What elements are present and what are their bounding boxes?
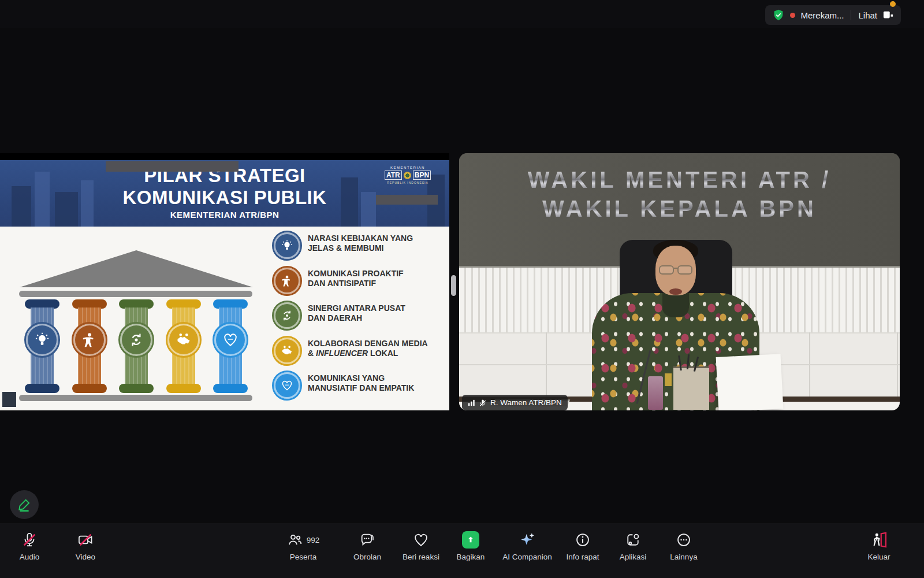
logo-text-bottom: REPUBLIK INDONESIA — [381, 181, 434, 184]
logo-emblem-icon — [404, 172, 411, 179]
audio-level-icon — [468, 399, 475, 406]
mic-muted-icon — [479, 399, 487, 407]
shirt-collar — [662, 293, 689, 317]
recording-pill: Merekam... Lihat — [765, 5, 901, 25]
list-item: KOMUNIKASI PROAKTIFDAN ANTISIPATIF — [274, 268, 447, 297]
chat-button[interactable]: Obrolan — [337, 531, 397, 561]
audio-label: Audio — [20, 553, 40, 561]
glasses-icon — [657, 265, 694, 275]
slide-header: PILAR STRATEGI KOMUNIKASI PUBLIK KEMENTE… — [0, 160, 449, 227]
pencil-icon — [17, 497, 32, 512]
person-icon — [274, 268, 300, 294]
leave-door-icon — [870, 531, 888, 549]
list-item: SINERGI ANTARA PUSATDAN DAERAH — [274, 302, 447, 331]
logo-text-atr: ATR — [385, 171, 402, 180]
view-button[interactable]: Lihat — [858, 10, 877, 20]
share-label: Bagikan — [457, 553, 485, 561]
list-item: KOLABORASI DENGAN MEDIA& INFLUENCER LOKA… — [274, 338, 447, 366]
handshake-icon — [274, 338, 300, 364]
recording-dot-icon — [790, 13, 795, 18]
info-icon — [575, 532, 591, 548]
list-item-text: KOLABORASI DENGAN MEDIA — [308, 339, 428, 349]
heart-icon — [274, 372, 300, 399]
logo-text-top: KEMENTERIAN — [381, 166, 434, 169]
video-artifact — [376, 195, 438, 205]
share-screen-icon — [462, 531, 479, 549]
lightbulb-icon — [26, 324, 58, 356]
desk-item — [665, 373, 672, 386]
recording-status[interactable]: Merekam... — [800, 10, 844, 20]
ai-companion-label: AI Companion — [502, 553, 552, 561]
list-item-text: KOMUNIKASI PROAKTIF — [308, 269, 404, 279]
list-item-text: NARASI KEBIJAKAN YANG — [308, 234, 413, 243]
list-item-text: SINERGI ANTARA PUSAT — [308, 303, 405, 313]
annotate-button[interactable] — [10, 490, 39, 519]
tile-resize-handle[interactable] — [451, 275, 456, 296]
camera-muted-icon — [77, 532, 94, 548]
heart-icon — [214, 324, 247, 356]
chat-label: Obrolan — [353, 553, 381, 561]
participants-icon — [287, 532, 303, 548]
temple-base — [19, 395, 252, 401]
reactions-label: Beri reaksi — [403, 553, 439, 561]
sync-icon — [120, 324, 152, 356]
slide-subtitle: KEMENTERIAN ATR/BPN — [0, 210, 449, 220]
list-item: NARASI KEBIJAKAN YANGJELAS & MEMBUMI — [274, 232, 447, 261]
meeting-toolbar: Audio Video 992 Peserta — [0, 523, 924, 578]
mic-muted-icon — [21, 532, 38, 548]
desk-whiteboard — [716, 354, 784, 410]
person-icon — [73, 324, 106, 356]
top-bar: Merekam... Lihat — [0, 0, 924, 28]
more-label: Lainnya — [670, 553, 697, 561]
ai-sparkle-icon — [519, 531, 536, 549]
video-label: Video — [76, 553, 95, 561]
atr-bpn-logo: KEMENTERIAN ATR BPN REPUBLIK INDONESIA — [381, 166, 434, 184]
slide-footer-square — [2, 392, 16, 407]
wall-sign-line2: WAKIL KEPALA BPN — [459, 196, 900, 222]
meeting-info-label: Info rapat — [566, 553, 599, 561]
shared-screen-tile[interactable]: PILAR STRATEGI KOMUNIKASI PUBLIK KEMENTE… — [0, 153, 449, 410]
pill-divider — [851, 10, 851, 20]
desk-organizer — [673, 366, 709, 410]
apps-icon — [625, 532, 641, 548]
security-shield-icon[interactable] — [772, 9, 785, 21]
participants-button[interactable]: 992 Peserta — [269, 531, 338, 561]
heart-reaction-icon — [413, 532, 429, 548]
temple-beam — [19, 291, 252, 297]
sync-icon — [274, 302, 300, 329]
logo-text-bpn: BPN — [413, 171, 431, 180]
participants-count: 992 — [307, 536, 320, 544]
slide-body: NARASI KEBIJAKAN YANGJELAS & MEMBUMI KOM… — [0, 227, 449, 410]
apps-label: Aplikasi — [620, 553, 647, 561]
leave-button[interactable]: Keluar — [849, 531, 909, 561]
temple-roof — [20, 250, 253, 287]
audio-button[interactable]: Audio — [0, 531, 59, 561]
view-layout-icon[interactable] — [882, 10, 894, 20]
speaker-mouth — [669, 288, 682, 295]
leave-label: Keluar — [867, 553, 890, 561]
wall-sign-line1: WAKIL MENTERI ATR / — [459, 167, 900, 193]
chat-icon — [359, 532, 375, 548]
speaker-video-tile[interactable]: WAKIL MENTERI ATR / WAKIL KEPALA BPN — [459, 153, 900, 410]
desk-item — [648, 376, 663, 410]
participant-name-label: R. Wamen ATR/BPN — [462, 395, 568, 410]
video-button[interactable]: Video — [55, 531, 116, 561]
video-artifact — [106, 161, 239, 172]
lightbulb-icon — [274, 232, 300, 259]
more-ellipsis-icon — [676, 532, 692, 548]
handshake-icon — [167, 324, 200, 356]
participants-label: Peserta — [290, 553, 317, 561]
share-button[interactable]: Bagikan — [441, 531, 501, 561]
zoom-meeting-window: Merekam... Lihat PILAR STRATEGI KOMUNIKA… — [0, 0, 924, 578]
list-item-text: KOMUNIKASI YANG — [308, 373, 414, 383]
more-button[interactable]: Lainnya — [654, 531, 714, 561]
system-record-indicator-icon — [890, 1, 896, 7]
ai-companion-button[interactable]: AI Companion — [497, 531, 557, 561]
list-item: KOMUNIKASI YANGMANUSIATIF DAN EMPATIK — [274, 372, 447, 401]
participant-name: R. Wamen ATR/BPN — [490, 398, 562, 407]
